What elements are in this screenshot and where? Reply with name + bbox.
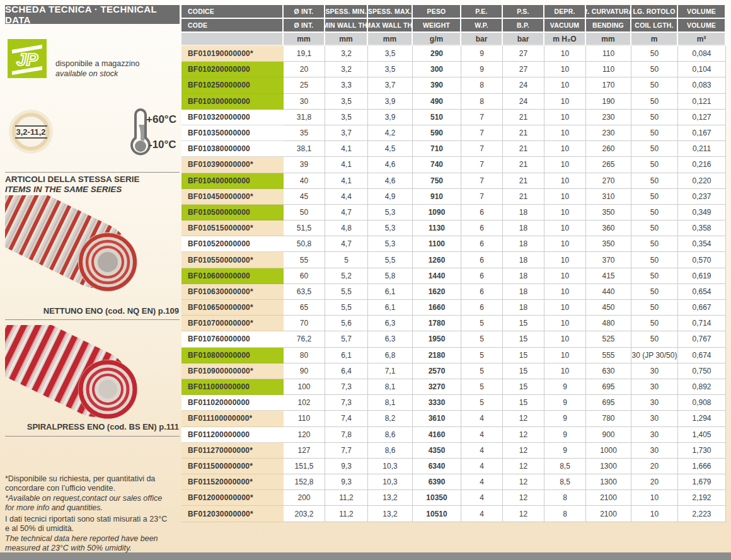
unit-cell: bar: [503, 33, 544, 46]
cell-value: 5,3: [368, 205, 413, 220]
cell-value: 360: [586, 220, 631, 236]
row-code: BF010800000000: [181, 348, 284, 363]
cell-value: 10: [544, 141, 586, 157]
cell-value: 60: [284, 268, 325, 284]
cell-value: 4: [461, 443, 503, 459]
cell-value: 18: [503, 236, 544, 252]
cell-value: 5,3: [368, 236, 413, 252]
cell-value: 4: [461, 411, 503, 426]
cell-value: 170: [586, 77, 631, 93]
cell-value: 12: [503, 506, 544, 522]
cell-value: 7,4: [325, 411, 368, 426]
row-code: BF010450000000*: [181, 189, 284, 205]
cell-value: 80: [284, 348, 325, 363]
cell-value: 1090: [413, 205, 461, 220]
unit-cell: g/m: [413, 33, 461, 46]
cell-value: 10: [544, 363, 586, 379]
row-code: BF010250000000: [181, 77, 284, 93]
cell-value: 5: [461, 316, 503, 331]
cell-value: 50: [284, 205, 325, 220]
cell-value: 7: [461, 157, 503, 173]
cell-value: 6,8: [368, 348, 413, 363]
row-code: BF012030000000*: [181, 506, 284, 522]
temp-max-label: +60°C: [146, 113, 176, 126]
cell-value: 0,767: [678, 331, 726, 347]
cell-value: 5: [461, 331, 503, 347]
cell-value: 8: [544, 490, 586, 506]
cell-value: 5,2: [325, 268, 368, 284]
cell-value: 10: [544, 236, 586, 252]
cell-value: 230: [586, 125, 631, 141]
cell-value: 2,223: [678, 506, 726, 522]
cell-value: 0,750: [678, 363, 726, 379]
cell-value: 24: [503, 77, 544, 93]
cell-value: 3,5: [368, 62, 413, 77]
cell-value: 0,358: [678, 220, 726, 236]
cell-value: 4,1: [325, 141, 368, 157]
cell-value: 4: [461, 459, 503, 474]
cell-value: 3,7: [368, 77, 413, 93]
cell-value: 1,666: [678, 459, 726, 474]
cell-value: 7: [461, 141, 503, 157]
sidebar: SCHEDA TECNICA · TECHNICAL DATA JP dispo…: [0, 0, 181, 560]
unit-cell: [181, 33, 284, 46]
footnote-measured-it: I dati tecnici riportati sono stati misu…: [5, 515, 167, 533]
cell-value: 4160: [413, 427, 461, 443]
cell-value: 1780: [413, 316, 461, 331]
col-header-it: PESO: [413, 5, 461, 19]
cell-value: 11,2: [325, 506, 368, 522]
cell-value: 15: [503, 316, 544, 331]
temp-min-label: -10°C: [149, 139, 176, 151]
divider: [5, 436, 180, 437]
cell-value: 6: [461, 236, 503, 252]
cell-value: 6,1: [368, 284, 413, 300]
row-code: BF011520000000*: [181, 474, 284, 490]
cell-value: 1,294: [678, 411, 726, 426]
cell-value: 120: [284, 427, 325, 443]
cell-value: 910: [413, 189, 461, 205]
col-header-it: LG. ROTOLO: [631, 5, 678, 19]
cell-value: 100: [284, 379, 325, 395]
cell-value: 9: [461, 46, 503, 62]
cell-value: 4: [461, 474, 503, 490]
cell-value: 19,1: [284, 46, 325, 62]
cell-value: 1620: [413, 284, 461, 300]
cell-value: 3,9: [368, 94, 413, 110]
cell-value: 1,679: [678, 474, 726, 490]
cell-value: 9,3: [325, 474, 368, 490]
cell-value: 1000: [586, 443, 631, 459]
unit-cell: bar: [461, 33, 503, 46]
cell-value: 1950: [413, 331, 461, 347]
cell-value: 3,9: [368, 110, 413, 125]
cell-value: 230: [586, 110, 631, 125]
cell-value: 310: [586, 189, 631, 205]
cell-value: 50: [631, 331, 678, 347]
cell-value: 4: [461, 506, 503, 522]
row-code: BF010520000000: [181, 236, 284, 252]
cell-value: 65: [284, 300, 325, 316]
divider: [5, 319, 180, 320]
cell-value: 12: [503, 474, 544, 490]
cell-value: 18: [503, 220, 544, 236]
cell-value: 21: [503, 110, 544, 125]
cell-value: 21: [503, 173, 544, 189]
stock-note-it: disponibile a magazzino: [55, 59, 139, 69]
cell-value: 695: [586, 395, 631, 411]
cell-value: 0,667: [678, 300, 726, 316]
cell-value: 190: [586, 94, 631, 110]
footnote-request: *Disponibile su richiesta, per quantitat…: [5, 474, 179, 513]
cell-value: 10: [544, 205, 586, 220]
cell-value: 9: [461, 62, 503, 77]
footnote-request-it: *Disponibile su richiesta, per quantitat…: [5, 474, 155, 493]
cell-value: 7: [461, 173, 503, 189]
cell-value: 1300: [586, 474, 631, 490]
cell-value: 630: [586, 363, 631, 379]
page-title: SCHEDA TECNICA · TECHNICAL DATA: [5, 5, 180, 24]
row-code: BF010500000000: [181, 205, 284, 220]
bottom-bar: [0, 552, 731, 560]
cell-value: 4,7: [325, 236, 368, 252]
cell-value: 203,2: [284, 506, 325, 522]
cell-value: 1100: [413, 236, 461, 252]
cell-value: 1440: [413, 268, 461, 284]
cell-value: 5,7: [325, 331, 368, 347]
